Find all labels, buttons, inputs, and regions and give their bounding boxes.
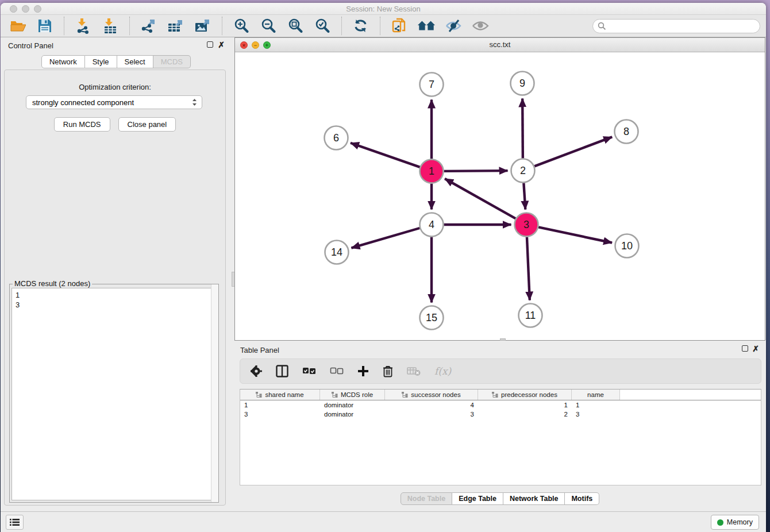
- mcds-result-title: MCDS result (2 nodes): [13, 279, 92, 288]
- open-session-icon[interactable]: [9, 17, 27, 35]
- gear-icon[interactable]: [251, 365, 262, 377]
- import-network-icon[interactable]: [74, 17, 93, 35]
- graph-edge-2-3[interactable]: [523, 183, 525, 209]
- network-window-titlebar: × − + scc.txt: [235, 38, 765, 52]
- header-filler: [620, 390, 761, 400]
- table-row[interactable]: 3dominator323: [240, 410, 761, 419]
- graph-edge-2-8[interactable]: [534, 137, 612, 166]
- column-header-label: shared name: [265, 391, 303, 398]
- select-all-checkboxes-icon[interactable]: [302, 367, 316, 375]
- table-cell[interactable]: dominator: [320, 411, 385, 418]
- mcds-result-text[interactable]: 1 3: [11, 288, 217, 500]
- column-header-successor-nodes[interactable]: successor nodes: [385, 390, 478, 400]
- add-column-icon[interactable]: [357, 365, 369, 377]
- graph-node-label: 3: [523, 219, 529, 230]
- column-header-shared-name[interactable]: shared name: [240, 390, 320, 400]
- graph-edge-3-10[interactable]: [538, 227, 612, 242]
- close-panel-button[interactable]: Close panel: [118, 117, 176, 132]
- delete-column-icon[interactable]: [383, 365, 393, 377]
- table-cell[interactable]: 1: [240, 402, 320, 408]
- tab-edge-table[interactable]: Edge Table: [452, 492, 503, 505]
- graph-edge-2-9[interactable]: [522, 98, 523, 158]
- table-cell[interactable]: 3: [240, 411, 320, 418]
- tab-node-table[interactable]: Node Table: [401, 492, 452, 505]
- column-tree-icon: [492, 392, 498, 398]
- table-cell[interactable]: dominator: [320, 402, 385, 408]
- graph-node-label: 9: [519, 78, 525, 89]
- eye-hidden-icon[interactable]: [444, 17, 463, 35]
- graph-edge-4-14[interactable]: [351, 228, 419, 248]
- graph-edge-3-1[interactable]: [445, 179, 515, 218]
- node-table: shared nameMCDS rolesuccessor nodesprede…: [240, 389, 761, 485]
- table-float-panel-icon[interactable]: [742, 345, 748, 353]
- memory-button[interactable]: Memory: [711, 515, 759, 530]
- graph-node-label: 15: [426, 312, 437, 323]
- import-table-icon[interactable]: [101, 17, 120, 35]
- chevron-up-down-icon: [192, 98, 197, 106]
- export-table-icon[interactable]: [167, 17, 185, 35]
- graph-edge-3-11[interactable]: [527, 237, 530, 300]
- unselect-all-checkboxes-icon[interactable]: [330, 367, 344, 375]
- task-history-button[interactable]: [6, 515, 24, 530]
- tab-style[interactable]: Style: [85, 55, 117, 68]
- refresh-icon[interactable]: [352, 17, 370, 35]
- network-graph[interactable]: 7968124314101511: [235, 52, 765, 341]
- column-header-predecessor-nodes[interactable]: predecessor nodes: [478, 390, 572, 400]
- table-header-row: shared nameMCDS rolesuccessor nodesprede…: [240, 390, 761, 400]
- network-canvas[interactable]: 7968124314101511: [235, 52, 765, 340]
- network-view-window: × − + scc.txt 7968124314101511: [234, 37, 765, 341]
- table-cell[interactable]: 1: [572, 402, 620, 408]
- home-icon[interactable]: [417, 17, 436, 35]
- table-cell[interactable]: 4: [385, 402, 478, 408]
- float-panel-icon[interactable]: [207, 41, 213, 49]
- table-cell[interactable]: 3: [572, 411, 620, 418]
- tab-network-table[interactable]: Network Table: [503, 492, 565, 505]
- run-mcds-button[interactable]: Run MCDS: [54, 117, 110, 132]
- graph-node-label: 1: [429, 165, 434, 177]
- export-network-icon[interactable]: [140, 17, 158, 35]
- clone-network-icon[interactable]: [390, 17, 409, 35]
- column-header-label: name: [587, 391, 604, 398]
- table-panel: Table Panel ✗: [234, 342, 765, 511]
- tab-mcds[interactable]: MCDS: [153, 55, 191, 68]
- column-header-label: successor nodes: [411, 391, 460, 398]
- table-body: 1dominator4113dominator323: [240, 400, 761, 419]
- optimization-criterion-select[interactable]: strongly connected component: [26, 95, 202, 109]
- graph-edge-1-6[interactable]: [351, 143, 420, 167]
- search-input[interactable]: [606, 20, 760, 32]
- graph-node-label: 10: [621, 240, 633, 252]
- table-close-panel-icon[interactable]: ✗: [752, 345, 759, 353]
- table-cell[interactable]: 1: [478, 402, 572, 408]
- delete-table-icon[interactable]: [407, 366, 421, 376]
- columns-icon[interactable]: [276, 365, 288, 377]
- column-header-MCDS-role[interactable]: MCDS role: [320, 390, 385, 400]
- save-session-icon[interactable]: [36, 17, 54, 35]
- result-scrollbar[interactable]: [211, 284, 218, 502]
- column-header-name[interactable]: name: [572, 390, 620, 400]
- table-row[interactable]: 1dominator411: [240, 400, 761, 410]
- export-image-icon[interactable]: [194, 17, 212, 35]
- zoom-fit-icon[interactable]: [286, 17, 305, 35]
- zoom-selected-icon[interactable]: [313, 17, 332, 35]
- control-panel-title: Control Panel: [8, 41, 53, 50]
- window-resize-grip[interactable]: [500, 338, 506, 341]
- mcds-result-group: MCDS result (2 nodes) 1 3: [9, 284, 219, 503]
- session-title: Session: New Session: [1, 5, 766, 13]
- search-field[interactable]: [592, 19, 760, 33]
- memory-status-icon: [717, 519, 723, 526]
- zoom-in-icon[interactable]: [232, 17, 251, 35]
- tab-network[interactable]: Network: [41, 55, 85, 68]
- table-cell[interactable]: 3: [385, 411, 478, 418]
- table-cell[interactable]: 2: [478, 411, 572, 418]
- zoom-out-icon[interactable]: [259, 17, 278, 35]
- column-header-label: predecessor nodes: [501, 391, 557, 398]
- graph-edge-1-2[interactable]: [444, 171, 507, 171]
- table-tabs: Node Table Edge Table Network Table Moti…: [234, 492, 765, 505]
- graph-node-label: 14: [331, 246, 342, 258]
- function-builder-icon[interactable]: f(x): [434, 365, 451, 377]
- tab-select[interactable]: Select: [117, 55, 153, 68]
- eye-icon[interactable]: [471, 17, 490, 35]
- graph-node-label: 11: [525, 310, 536, 321]
- tab-motifs[interactable]: Motifs: [565, 492, 599, 505]
- close-panel-icon[interactable]: ✗: [218, 41, 225, 49]
